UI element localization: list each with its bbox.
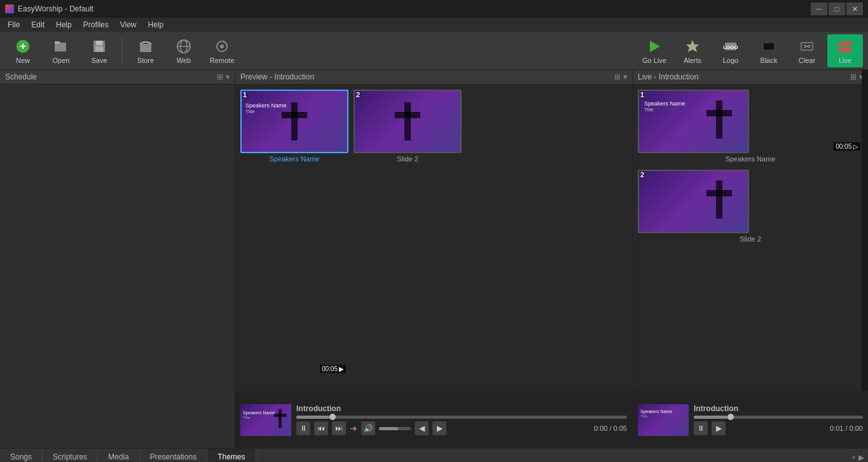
center-area: Preview - Introduction ⊞ ▾ Speakers Name xyxy=(235,70,868,448)
title-bar-controls[interactable]: ─ □ ✕ xyxy=(811,3,863,15)
live-grid-button[interactable]: ⊞ xyxy=(850,72,857,81)
preview-forward-button[interactable]: ⏭ xyxy=(332,421,346,435)
menu-edit[interactable]: Edit xyxy=(26,19,50,31)
preview-thumb-text: Speakers NameTitle xyxy=(243,411,275,419)
schedule-header: Schedule ⊞ ▾ xyxy=(0,70,235,85)
black-button[interactable]: Black xyxy=(751,34,787,67)
tab-presentations[interactable]: Presentations xyxy=(140,449,207,462)
black-icon xyxy=(760,37,778,55)
live-slide-label-1: Speakers Name xyxy=(638,153,863,165)
preview-grid-button[interactable]: ⊞ xyxy=(614,72,621,81)
live-header: Live - Introduction ⊞ ▾ xyxy=(633,70,868,85)
menu-file[interactable]: File xyxy=(3,19,25,31)
bottom-tabs-right: + ▶ xyxy=(851,449,868,462)
open-button[interactable]: Open xyxy=(43,34,79,67)
logo-button[interactable]: LOGO Logo xyxy=(713,34,748,67)
logo-icon: LOGO xyxy=(722,37,740,55)
preview-next-button[interactable]: ▶ xyxy=(432,421,446,435)
slide-timer-1: 00:05 ▶ xyxy=(320,365,346,373)
live-button[interactable]: Live xyxy=(827,34,863,67)
preview-slide-1[interactable]: Speakers Name Title 1 00:05 ▶ Speakers N… xyxy=(240,90,348,386)
clear-button[interactable]: Clear xyxy=(789,34,825,67)
tab-media[interactable]: Media xyxy=(98,449,140,462)
alerts-icon xyxy=(684,37,701,55)
store-icon xyxy=(137,37,155,55)
preview-volume-button[interactable]: 🔊 xyxy=(361,421,375,435)
slides-area: Preview - Introduction ⊞ ▾ Speakers Name xyxy=(235,70,868,391)
schedule-grid-button[interactable]: ⊞ xyxy=(217,72,223,81)
live-thumb-text: Speakers NameTitle xyxy=(640,409,672,418)
minimize-button[interactable]: ─ xyxy=(811,3,827,15)
golive-button[interactable]: Go Live xyxy=(637,34,672,67)
title-bar: EasyWorship - Default ─ □ ✕ xyxy=(0,0,868,18)
svg-rect-2 xyxy=(55,43,66,51)
menu-help[interactable]: Help xyxy=(143,19,169,31)
live-next-button[interactable]: ▶ xyxy=(712,421,726,435)
web-button[interactable]: Web xyxy=(166,34,202,67)
preview-view-button[interactable]: ▾ xyxy=(623,72,627,81)
save-button[interactable]: Save xyxy=(81,34,117,67)
live-pause-button[interactable]: ⏸ xyxy=(694,421,708,435)
right-scrollbar[interactable] xyxy=(862,70,868,391)
svg-marker-13 xyxy=(650,41,660,52)
preview-output-thumb: Speakers NameTitle xyxy=(240,404,291,436)
remote-icon xyxy=(213,37,231,55)
output-area: Speakers NameTitle Introduction ⏸ ⏮ ⏭ ➜ … xyxy=(235,391,868,448)
preview-prev-button[interactable]: ◀ xyxy=(415,421,429,435)
preview-transport: ⏸ ⏮ ⏭ ➜ 🔊 ◀ ▶ 0:00 / 0:05 xyxy=(296,421,627,435)
schedule-view-button[interactable]: ▾ xyxy=(226,72,230,81)
svg-rect-20 xyxy=(839,41,851,43)
preview-progress-thumb xyxy=(329,414,336,420)
live-cross-2 xyxy=(703,177,735,222)
preview-title: Preview - Introduction xyxy=(240,72,314,81)
preview-rewind-button[interactable]: ⏮ xyxy=(314,421,328,435)
preview-slide-2[interactable]: 2 Slide 2 xyxy=(354,90,462,386)
preview-arrow-icon: ➜ xyxy=(350,423,357,433)
tab-themes[interactable]: Themes xyxy=(207,449,256,462)
menu-bar: File Edit Help Profiles View Help xyxy=(0,18,868,32)
preview-volume-bar[interactable] xyxy=(379,427,411,430)
live-progress-bar[interactable] xyxy=(694,416,863,419)
bottom-tabs: Songs Scriptures Media Presentations The… xyxy=(0,449,868,462)
alerts-button[interactable]: Alerts xyxy=(675,34,710,67)
store-button[interactable]: Store xyxy=(128,34,163,67)
svg-rect-23 xyxy=(839,51,851,53)
tab-songs[interactable]: Songs xyxy=(0,449,43,462)
remote-button[interactable]: Remote xyxy=(204,34,240,67)
preview-time-display: 0:00 / 0:05 xyxy=(594,425,627,432)
save-icon xyxy=(90,37,108,55)
clear-icon xyxy=(798,37,816,55)
add-theme-button[interactable]: + xyxy=(851,453,856,462)
title-bar-left: EasyWorship - Default xyxy=(5,4,93,13)
live-slide-1[interactable]: Speakers Name Title 1 00:05 ▷ Speakers N… xyxy=(638,90,863,165)
menu-help-worship[interactable]: Help xyxy=(51,19,77,31)
new-button[interactable]: + New xyxy=(5,34,41,67)
live-slide-label-2: Slide 2 xyxy=(638,233,863,245)
preview-output-title: Introduction xyxy=(296,404,627,413)
live-output-thumb: Speakers NameTitle xyxy=(638,404,689,436)
slide-label-2: Slide 2 xyxy=(354,153,462,165)
separator-1 xyxy=(122,37,123,65)
live-slide-2[interactable]: 2 Slide 2 xyxy=(638,170,863,245)
open-icon xyxy=(52,37,70,55)
schedule-title: Schedule xyxy=(5,72,37,81)
golive-icon xyxy=(645,37,663,55)
menu-view[interactable]: View xyxy=(115,19,142,31)
live-output-title: Introduction xyxy=(694,404,863,413)
close-button[interactable]: ✕ xyxy=(846,3,863,15)
preview-header: Preview - Introduction ⊞ ▾ xyxy=(235,70,632,85)
live-progress-fill xyxy=(694,416,727,419)
preview-pause-button[interactable]: ⏸ xyxy=(296,421,310,435)
preview-progress-bar[interactable] xyxy=(296,416,627,419)
live-cross-1 xyxy=(703,97,735,142)
theme-options-button[interactable]: ▶ xyxy=(858,453,864,462)
slide-label-1: Speakers Name xyxy=(240,153,348,165)
toolbar: + New Open Save Store Web Remote xyxy=(0,32,868,70)
menu-profiles[interactable]: Profiles xyxy=(78,19,114,31)
slide-num-1: 1 xyxy=(243,91,247,99)
live-output-panel: Speakers NameTitle Introduction ⏸ ▶ 0:01… xyxy=(633,391,868,448)
maximize-button[interactable]: □ xyxy=(829,3,845,15)
tab-scriptures[interactable]: Scriptures xyxy=(43,449,98,462)
svg-text:+: + xyxy=(20,41,25,51)
live-timer-1: 00:05 ▷ xyxy=(834,142,860,151)
